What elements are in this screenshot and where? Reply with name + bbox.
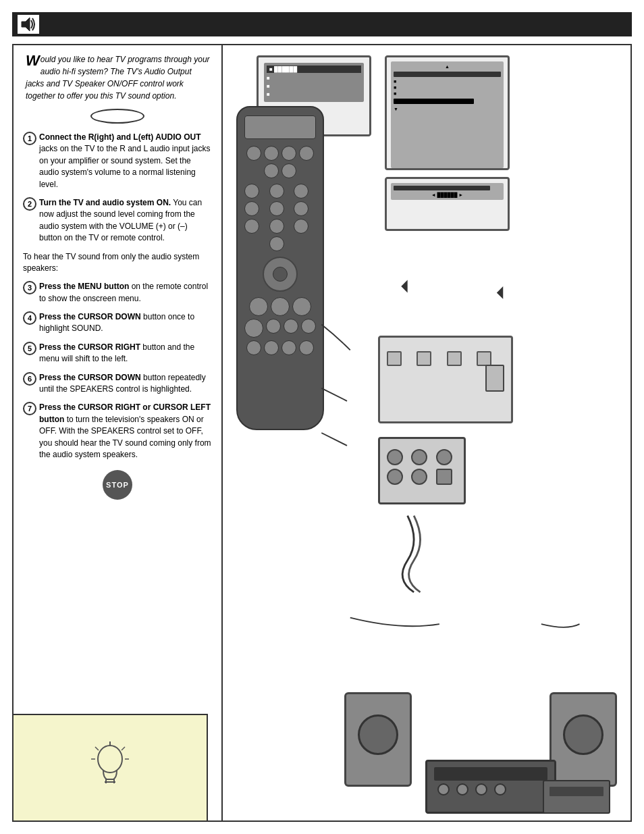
amp-display xyxy=(434,767,547,781)
remote-btn-3 xyxy=(294,184,308,199)
step-1: 1 Connect the R(ight) and L(eft) AUDIO O… xyxy=(23,132,212,190)
svg-marker-0 xyxy=(22,18,30,31)
remote-misc2 xyxy=(281,340,296,355)
remote-btn-1 xyxy=(244,184,259,199)
tip-bulb-icon xyxy=(90,740,130,796)
intro-paragraph: Would you like to hear TV programs throu… xyxy=(23,53,212,102)
step-7-text: to turn the television's speakers ON or … xyxy=(39,415,211,459)
nav-circle xyxy=(263,257,298,292)
step-number-5: 5 xyxy=(23,342,36,355)
amplifier xyxy=(425,760,556,814)
connector-port-1 xyxy=(387,449,403,465)
menu-item-3: ■ xyxy=(267,91,361,97)
speaker-right xyxy=(549,692,617,787)
tv-port-2 xyxy=(417,351,431,366)
tv2-label-4: ▼ xyxy=(394,107,501,111)
tv-screen-3: ◄ ██████ ► xyxy=(385,177,510,231)
tv2-label-3: ■ xyxy=(394,91,501,96)
remote-btn-7 xyxy=(244,219,259,234)
menu-item-active: ■ ██████ xyxy=(267,66,361,73)
remote-numpad xyxy=(238,181,323,254)
tv-side-port xyxy=(485,365,504,392)
tv-back-panel xyxy=(378,336,513,423)
svg-marker-1 xyxy=(401,280,407,293)
remote-mute xyxy=(266,319,281,334)
speaker-icon xyxy=(18,15,39,34)
step-3-bold: Press the MENU button xyxy=(39,282,129,291)
remote-btn-2 xyxy=(264,146,279,161)
connector-port-5 xyxy=(411,469,427,485)
remote-nav-ring xyxy=(238,257,323,292)
svg-point-3 xyxy=(98,746,122,773)
remote-vol-minus xyxy=(271,297,290,316)
left-panel: Would you like to hear TV programs throu… xyxy=(14,45,223,820)
remote-btn-5 xyxy=(264,163,279,178)
tv2-label-2: ■ xyxy=(394,85,501,90)
remote-btn-9 xyxy=(294,219,308,234)
step-1-bold: Connect the R(ight) and L(eft) AUDIO OUT xyxy=(39,132,201,142)
tv-port-4 xyxy=(477,351,491,366)
svg-marker-2 xyxy=(497,286,503,299)
remote-ch-plus xyxy=(292,297,311,316)
remote-btn-0 xyxy=(269,236,284,251)
remote-vol-plus xyxy=(249,297,268,316)
step-6-bold: Press the CURSOR DOWN xyxy=(39,373,141,382)
step-number-1: 1 xyxy=(23,132,36,145)
step-5: 5 Press the CURSOR RIGHT button and the … xyxy=(23,342,212,365)
step-number-2: 2 xyxy=(23,197,36,211)
main-content-area: Would you like to hear TV programs throu… xyxy=(12,44,632,822)
stop-badge: STOP xyxy=(23,470,212,500)
remote-btn-6 xyxy=(281,163,296,178)
oval-button xyxy=(90,109,144,124)
amp-knob-1 xyxy=(437,783,450,796)
remote-ff xyxy=(246,340,261,355)
step-3: 3 Press the MENU button on the remote co… xyxy=(23,281,212,305)
connector-port-6 xyxy=(436,469,452,485)
remote-control xyxy=(236,106,324,430)
remote-misc3 xyxy=(299,340,314,355)
remote-btn-4 xyxy=(299,146,314,161)
step-2: 2 Turn the TV and audio system ON. You c… xyxy=(23,197,212,244)
amp-knob-2 xyxy=(456,783,468,796)
menu-item-1: ■ xyxy=(267,75,361,81)
remote-screen xyxy=(244,115,316,139)
step-7: 7 Press the CURSOR RIGHT or CURSOR LEFT … xyxy=(23,402,212,461)
step-6: 6 Press the CURSOR DOWN button repeatedl… xyxy=(23,372,212,396)
connector-port-3 xyxy=(436,449,452,465)
tv2-label-1: ■ xyxy=(394,79,501,84)
menu-item-2: ■ xyxy=(267,83,361,89)
tv2-title: ▲ xyxy=(394,64,501,69)
tv3-bar xyxy=(394,186,490,190)
tip-box xyxy=(12,714,208,822)
tv-port-1 xyxy=(387,351,402,366)
step-5-bold: Press the CURSOR RIGHT xyxy=(39,342,140,352)
stop-circle: STOP xyxy=(103,470,132,500)
amp-knob-3 xyxy=(475,783,487,796)
connector-port-4 xyxy=(387,469,403,485)
speaker-cone-left xyxy=(358,714,398,755)
remote-stop xyxy=(301,319,316,334)
connector-port-2 xyxy=(411,449,427,465)
remote-btn-5 xyxy=(269,201,284,216)
nav-center xyxy=(273,267,288,282)
speaker-cone-right xyxy=(563,714,603,755)
audio-equipment-panel xyxy=(378,336,624,814)
connector-ports xyxy=(380,439,464,495)
step-number-7: 7 xyxy=(23,402,36,415)
step-4: 4 Press the CURSOR DOWN button once to h… xyxy=(23,311,212,335)
header-bar xyxy=(12,12,632,36)
remote-top-buttons xyxy=(238,143,323,181)
step-number-3: 3 xyxy=(23,281,36,294)
remote-btn-4 xyxy=(244,201,259,216)
step-transition: To hear the TV sound from only the audio… xyxy=(23,251,212,275)
remote-btn-2 xyxy=(269,184,284,199)
step-2-bold: Turn the TV and audio system ON. xyxy=(39,198,171,207)
step-4-bold: Press the CURSOR DOWN xyxy=(39,312,141,321)
step-number-6: 6 xyxy=(23,372,36,386)
svg-line-9 xyxy=(122,747,125,750)
svg-line-8 xyxy=(95,747,99,750)
remote-play xyxy=(284,319,298,334)
remote-bottom-buttons xyxy=(238,294,323,358)
stop-label: STOP xyxy=(106,481,129,489)
remote-misc1 xyxy=(264,340,279,355)
